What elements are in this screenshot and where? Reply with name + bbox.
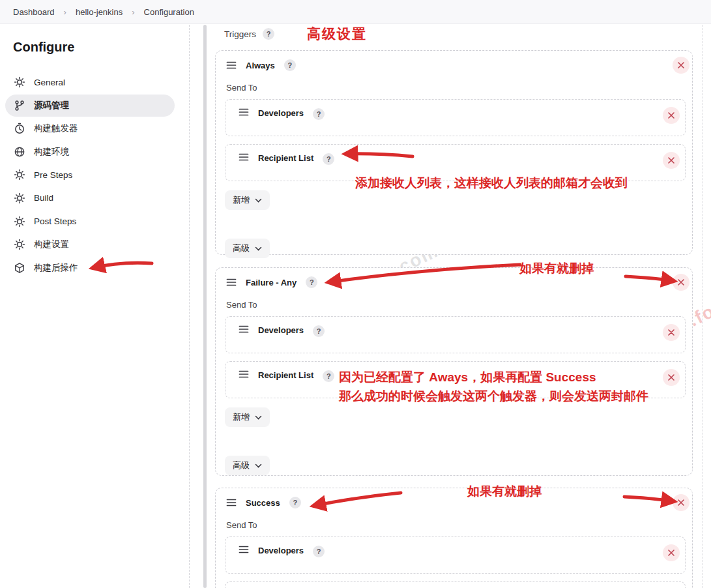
help-icon[interactable]: ? [263,28,274,40]
trigger-title: Success [246,498,280,508]
breadcrumb-dashboard[interactable]: Dashboard [13,7,55,17]
triggers-label-row: Triggers ? [224,28,274,40]
sidebar-item-8[interactable]: 构建后操作 [5,257,175,279]
recipient-title: Developers [258,546,304,555]
breadcrumb-separator: › [132,7,134,17]
help-icon[interactable]: ? [313,108,325,120]
drag-handle-icon[interactable] [226,278,237,286]
sidebar-item-0[interactable]: General [5,71,175,93]
recipients-list: Developers ? Recipient List ? [225,537,686,588]
gear-icon [14,216,25,228]
recipient-title: Developers [258,325,304,335]
add-recipient-button[interactable]: 新增 [225,407,270,427]
recipient-box: Developers ? [225,99,686,136]
recipient-title: Developers [258,108,304,118]
send-to-label: Send To [226,520,692,530]
recipient-title: Recipient List [258,370,313,380]
sidebar-item-label: General [34,78,65,87]
drag-handle-icon[interactable] [239,370,249,378]
sidebar-item-1[interactable]: 源码管理 [5,95,175,117]
package-icon [14,262,25,274]
close-icon [677,499,685,507]
trigger-header: Success ? [216,494,692,511]
triggers-section: Triggers ? Always ? Send To [215,24,693,588]
remove-recipient-button[interactable] [663,324,680,341]
help-icon[interactable]: ? [313,546,325,557]
remove-recipient-button[interactable] [663,152,680,169]
send-to-label: Send To [226,83,692,93]
sidebar-item-7[interactable]: 构建设置 [5,233,175,256]
trigger-title: Failure - Any [246,278,297,287]
gear-icon [14,192,25,204]
chevron-down-icon [255,246,262,251]
help-icon[interactable]: ? [306,276,317,288]
sidebar-item-4[interactable]: Pre Steps [5,164,175,186]
advanced-button[interactable]: 高级 [225,456,270,475]
sidebar-divider [189,25,190,588]
remove-trigger-button[interactable] [673,57,689,74]
remove-trigger-button[interactable] [673,494,689,511]
sidebar-item-label: Build [34,193,53,203]
drag-handle-icon[interactable] [239,546,249,553]
drag-handle-icon[interactable] [239,153,249,161]
trigger-box: Success ? Send To Developers ? [215,488,693,588]
close-icon [667,156,675,164]
help-icon[interactable]: ? [323,370,334,382]
sidebar-item-3[interactable]: 构建环境 [5,141,175,163]
drag-handle-icon[interactable] [239,108,249,116]
sidebar-item-label: 源码管理 [34,100,69,111]
recipients-list: Developers ? Recipient List ? [225,99,686,181]
recipient-box: Recipient List ? [225,361,686,398]
recipient-title: Recipient List [258,153,313,163]
send-to-label: Send To [226,300,692,310]
gear-icon [14,76,25,88]
recipient-box: Developers ? [225,537,686,574]
scrollbar[interactable] [203,25,207,588]
close-icon [677,61,685,69]
trigger-box: Always ? Send To Developers ? [215,50,693,255]
sidebar-item-label: Pre Steps [34,170,72,180]
breadcrumb-separator: › [64,7,66,17]
globe-icon [14,146,25,158]
sidebar-item-6[interactable]: Post Steps [5,211,175,233]
close-icon [667,374,675,381]
remove-recipient-button[interactable] [663,544,680,561]
drag-handle-icon[interactable] [226,61,237,69]
drag-handle-icon[interactable] [239,325,249,333]
add-recipient-button[interactable]: 新增 [225,190,270,210]
close-icon [667,549,675,557]
drag-handle-icon[interactable] [226,499,237,507]
recipient-box: Recipient List ? [225,581,686,588]
clock-icon [14,123,25,134]
help-icon[interactable]: ? [289,497,301,508]
breadcrumb-configuration[interactable]: Configuration [144,7,194,17]
advanced-button[interactable]: 高级 [225,239,270,258]
remove-recipient-button[interactable] [663,107,680,124]
gear-icon [14,169,25,181]
remove-trigger-button[interactable] [673,274,689,291]
chevron-down-icon [255,463,262,468]
triggers-label: Triggers [224,29,256,39]
recipient-box: Recipient List ? [225,144,686,181]
help-icon[interactable]: ? [284,59,296,71]
breadcrumb: Dashboard › hello-jenkins › Configuratio… [0,0,711,24]
sidebar-item-label: 构建后操作 [34,262,78,274]
close-icon [667,329,675,336]
branch-icon [14,100,25,111]
help-icon[interactable]: ? [323,153,334,165]
content-right-divider [703,25,703,588]
sidebar-item-2[interactable]: 构建触发器 [5,117,175,140]
sidebar-item-5[interactable]: Build [5,187,175,209]
recipient-box: Developers ? [225,316,686,353]
sidebar-item-label: Post Steps [34,216,76,226]
trigger-header: Always ? [216,57,692,74]
recipients-list: Developers ? Recipient List ? [225,316,686,398]
breadcrumb-job[interactable]: hello-jenkins [76,7,123,17]
gear-icon [14,239,25,250]
config-sidebar: Configure General 源码管理 构建触发器 [0,24,189,588]
trigger-title: Always [246,61,275,70]
remove-recipient-button[interactable] [663,369,680,386]
chevron-down-icon [255,415,262,420]
help-icon[interactable]: ? [313,325,325,337]
close-icon [667,111,675,119]
